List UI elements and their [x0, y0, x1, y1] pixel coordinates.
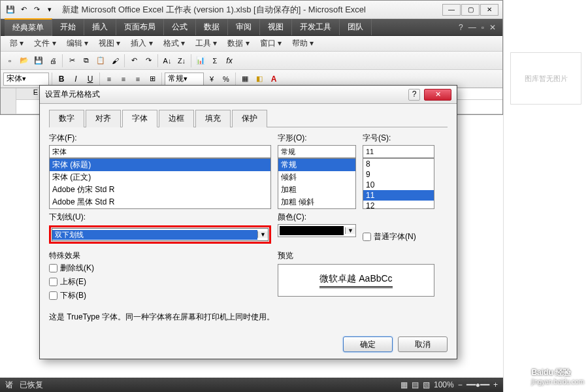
- merge-icon[interactable]: ⊞: [146, 73, 159, 86]
- maximize-button[interactable]: ▢: [461, 4, 480, 16]
- ribbon-tab-dev[interactable]: 开发工具: [292, 19, 340, 35]
- ribbon-rest-icon[interactable]: ▫: [482, 23, 484, 32]
- ribbon-tab-layout[interactable]: 页面布局: [116, 19, 164, 35]
- super-checkbox[interactable]: 上标(E): [49, 276, 271, 287]
- chart-icon[interactable]: 📊: [194, 54, 207, 67]
- style-listbox[interactable]: 常规 倾斜 加粗 加粗 倾斜: [278, 158, 356, 209]
- list-item[interactable]: 11: [363, 190, 434, 201]
- fx-icon[interactable]: fx: [223, 54, 236, 67]
- ribbon-tab-classic[interactable]: 经典菜单: [5, 18, 52, 36]
- align-left-icon[interactable]: ≡: [103, 73, 116, 86]
- list-item[interactable]: Adobe 楷体 Std R: [50, 208, 270, 209]
- cut-icon[interactable]: ✂: [65, 54, 78, 67]
- zoom-slider[interactable]: ━━●━━: [466, 380, 489, 389]
- list-item[interactable]: 9: [363, 169, 434, 180]
- tab-fill[interactable]: 填充: [195, 110, 231, 127]
- open-icon[interactable]: 📂: [18, 54, 31, 67]
- ribbon-tab-home[interactable]: 开始: [52, 19, 84, 35]
- view-break-icon[interactable]: ▧: [423, 380, 430, 389]
- chevron-down-icon[interactable]: ▼: [257, 231, 268, 238]
- help-icon[interactable]: ?: [408, 89, 420, 101]
- list-item[interactable]: 加粗: [278, 184, 355, 196]
- zoom-in-icon[interactable]: +: [493, 380, 498, 389]
- underline-icon[interactable]: U: [84, 73, 97, 86]
- help-icon[interactable]: ?: [459, 23, 463, 32]
- list-item[interactable]: 倾斜: [278, 171, 355, 184]
- ribbon-tab-insert[interactable]: 插入: [84, 19, 116, 35]
- style-input[interactable]: [278, 145, 356, 158]
- ribbon-close-icon[interactable]: ✕: [489, 23, 496, 32]
- currency-icon[interactable]: ¥: [205, 73, 218, 86]
- numfmt-combo[interactable]: 常规 ▾: [165, 73, 204, 86]
- ribbon-tab-team[interactable]: 团队: [340, 19, 372, 35]
- list-item[interactable]: Adobe 黑体 Std R: [50, 196, 270, 208]
- view-normal-icon[interactable]: ▦: [400, 380, 408, 389]
- menu-tools[interactable]: 工具 ▾: [190, 38, 222, 49]
- borders-icon[interactable]: ▦: [238, 73, 252, 86]
- menu-window[interactable]: 窗口 ▾: [255, 38, 287, 49]
- save-icon[interactable]: 💾: [32, 54, 45, 67]
- font-input[interactable]: [49, 145, 271, 158]
- redo-icon[interactable]: ↷: [142, 54, 155, 67]
- menu-view[interactable]: 视图 ▾: [93, 38, 125, 49]
- ribbon-min-icon[interactable]: —: [468, 23, 476, 32]
- copy-icon[interactable]: ⧉: [80, 54, 93, 67]
- tab-align[interactable]: 对齐: [86, 110, 121, 127]
- close-button[interactable]: ✕: [480, 4, 498, 16]
- list-item[interactable]: Adobe 仿宋 Std R: [50, 184, 270, 196]
- tab-number[interactable]: 数字: [49, 110, 84, 127]
- size-input[interactable]: [363, 145, 434, 158]
- menu-data[interactable]: 数据 ▾: [222, 38, 254, 49]
- font-combo[interactable]: 宋体 ▾: [3, 73, 49, 86]
- sort-desc-icon[interactable]: Z↓: [175, 54, 188, 67]
- dialog-close-button[interactable]: ✕: [424, 89, 451, 101]
- dialog-titlebar[interactable]: 设置单元格格式 ? ✕: [40, 86, 457, 104]
- ribbon-tab-formula[interactable]: 公式: [164, 19, 196, 35]
- align-center-icon[interactable]: ≡: [117, 73, 130, 86]
- normalfont-checkbox[interactable]: 普通字体(N): [363, 231, 434, 242]
- undo-icon[interactable]: ↶: [18, 4, 29, 16]
- ribbon-tab-view[interactable]: 视图: [260, 19, 292, 35]
- undo-icon[interactable]: ↶: [127, 54, 140, 67]
- list-item[interactable]: 12: [363, 201, 434, 209]
- underline-dropdown[interactable]: 双下划线 ▼: [52, 228, 269, 241]
- strike-checkbox[interactable]: 删除线(K): [49, 263, 271, 274]
- menu-insert[interactable]: 插入 ▾: [125, 38, 157, 49]
- new-icon[interactable]: ▫: [3, 54, 16, 67]
- menu-edit[interactable]: 编辑 ▾: [61, 38, 93, 49]
- view-layout-icon[interactable]: ▤: [412, 380, 419, 389]
- minimize-button[interactable]: —: [442, 4, 461, 16]
- menu-all[interactable]: 部 ▾: [5, 38, 29, 49]
- ok-button[interactable]: 确定: [343, 336, 393, 352]
- zoom-value[interactable]: 100%: [434, 380, 454, 389]
- fill-color-icon[interactable]: ◧: [253, 73, 266, 86]
- percent-icon[interactable]: %: [220, 73, 233, 86]
- sort-asc-icon[interactable]: A↓: [161, 54, 174, 67]
- color-dropdown[interactable]: ▼: [278, 224, 356, 237]
- list-item[interactable]: 宋体 (标题): [50, 159, 270, 171]
- menu-file[interactable]: 文件 ▾: [29, 38, 61, 49]
- list-item[interactable]: 加粗 倾斜: [278, 196, 355, 208]
- autosum-icon[interactable]: Σ: [208, 54, 221, 67]
- cancel-button[interactable]: 取消: [398, 336, 448, 352]
- align-right-icon[interactable]: ≡: [131, 73, 144, 86]
- ribbon-tab-review[interactable]: 审阅: [228, 19, 260, 35]
- bold-icon[interactable]: B: [55, 73, 68, 86]
- save-icon[interactable]: 💾: [5, 4, 16, 16]
- font-color-icon[interactable]: A: [267, 73, 280, 86]
- font-listbox[interactable]: 宋体 (标题) 宋体 (正文) Adobe 仿宋 Std R Adobe 黑体 …: [49, 158, 271, 209]
- paste-icon[interactable]: 📋: [94, 54, 107, 67]
- italic-icon[interactable]: I: [69, 73, 82, 86]
- list-item[interactable]: 8: [363, 159, 434, 169]
- redo-icon[interactable]: ↷: [31, 4, 42, 16]
- tab-border[interactable]: 边框: [159, 110, 194, 127]
- list-item[interactable]: 宋体 (正文): [50, 171, 270, 184]
- tab-font[interactable]: 字体: [122, 110, 157, 127]
- print-icon[interactable]: 🖨: [46, 54, 59, 67]
- chevron-down-icon[interactable]: ▼: [345, 227, 355, 234]
- format-painter-icon[interactable]: 🖌: [108, 54, 122, 67]
- menu-help[interactable]: 帮助 ▾: [287, 38, 319, 49]
- list-item[interactable]: 10: [363, 180, 434, 190]
- list-item[interactable]: 常规: [278, 159, 355, 171]
- ribbon-tab-data[interactable]: 数据: [196, 19, 228, 35]
